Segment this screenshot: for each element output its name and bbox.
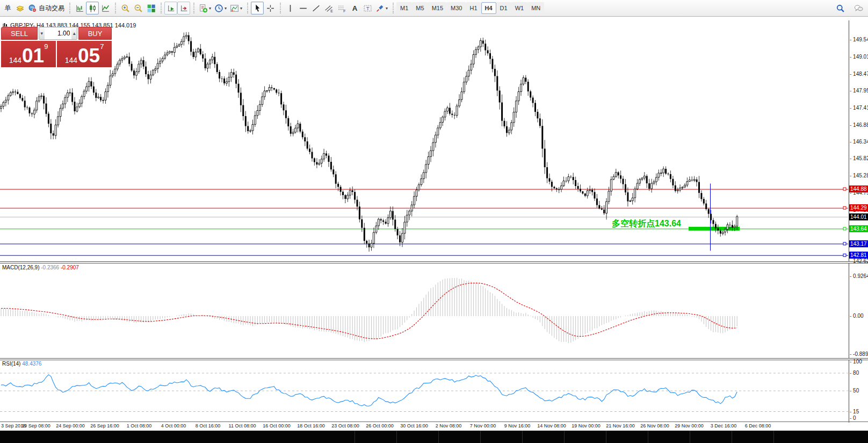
date-label: 11 Oct 08:00 <box>226 423 259 428</box>
timeframe-h1-button[interactable]: H1 <box>466 2 481 14</box>
volume-input[interactable] <box>45 27 72 39</box>
date-label: 23 Oct 08:00 <box>329 423 362 428</box>
bottom-strip-divider <box>606 431 606 443</box>
timeframe-d1-button[interactable]: D1 <box>496 2 511 14</box>
level-line-handle[interactable] <box>843 227 846 230</box>
price-tick-label: 147.41 <box>850 105 868 111</box>
date-label: 24 Sep 00:00 <box>54 423 87 428</box>
candlestick-chart-button[interactable] <box>86 2 99 15</box>
price-level-label: 144.88 <box>849 185 868 192</box>
svg-text:E: E <box>330 9 333 12</box>
price-tick-label: 149.54 <box>850 37 868 42</box>
pane-separator[interactable] <box>0 358 868 360</box>
toolbar-group: EFAT▾ <box>278 0 391 16</box>
date-label: 6 Dec 08:00 <box>741 423 775 428</box>
price-tick-label: 146.88 <box>850 122 868 128</box>
price-tick-label: 148.47 <box>850 71 868 77</box>
date-label: 16 Oct 00:00 <box>260 423 293 428</box>
macd-tick-label: 0.00 <box>850 313 868 319</box>
bottom-strip <box>0 431 868 443</box>
level-line-handle[interactable] <box>843 188 846 190</box>
template-icon <box>230 4 239 13</box>
buy-button[interactable]: BUY <box>78 27 112 40</box>
date-label: 14 Nov 08:00 <box>535 423 568 428</box>
timeframe-m5-button[interactable]: M5 <box>412 2 428 14</box>
label-button[interactable]: T <box>361 2 374 15</box>
timeframe-mn-button[interactable]: MN <box>527 2 544 14</box>
timeframe-m5-button-label: M5 <box>416 5 424 11</box>
price-level-label: 143.17 <box>849 240 868 247</box>
date-label: 26 Sep 16:00 <box>88 423 121 428</box>
chat-button[interactable] <box>852 2 865 15</box>
arrows-button[interactable]: ▾ <box>374 2 389 15</box>
bars-icon <box>75 4 84 13</box>
bottom-strip-divider <box>773 431 774 443</box>
timeframe-w1-button[interactable]: W1 <box>511 2 528 14</box>
rsi-pane[interactable] <box>0 373 849 412</box>
date-label: 2 Nov 08:00 <box>432 423 465 428</box>
rsi-tick-label: 50 <box>850 388 868 394</box>
price-level-label: 143.64 <box>849 225 868 232</box>
timeframe-m30-button[interactable]: M30 <box>447 2 466 14</box>
bar-chart-button[interactable] <box>73 2 86 15</box>
gold-button[interactable] <box>13 2 26 15</box>
line-chart-button[interactable] <box>99 2 112 15</box>
chart-shift-button[interactable] <box>177 2 190 15</box>
price-tick-label: 149.01 <box>850 54 868 60</box>
timeframe-m1-button-label: M1 <box>400 5 408 11</box>
level-line-handle[interactable] <box>843 242 846 245</box>
macd-pane[interactable] <box>1 278 737 343</box>
bottom-strip-divider <box>732 431 732 443</box>
chart-panes[interactable] <box>0 32 849 412</box>
tile-icon <box>147 4 156 13</box>
auto-scroll-button[interactable] <box>164 2 177 15</box>
crosshair-button[interactable] <box>264 2 277 15</box>
level-line-handle[interactable] <box>843 206 846 209</box>
trendline-button[interactable] <box>309 2 322 15</box>
horizontal-line-button[interactable] <box>296 2 309 15</box>
price-tick-label: 142.62 <box>850 258 868 264</box>
autotrading-button[interactable]: 自动交易 <box>26 2 66 15</box>
cursor-button[interactable] <box>251 2 264 15</box>
timeframe-m15-button[interactable]: M15 <box>428 2 447 14</box>
zoom-out-button[interactable] <box>132 2 144 15</box>
sell-button[interactable]: SELL <box>1 27 38 40</box>
vertical-line-button[interactable] <box>284 2 296 15</box>
periods-button[interactable]: ▾ <box>213 2 228 15</box>
crosshair-icon <box>266 4 275 13</box>
price-level-label: 142.81 <box>849 252 868 259</box>
pane-separator[interactable] <box>0 261 868 263</box>
new-order-button[interactable]: 单 <box>1 2 13 15</box>
text-button[interactable]: A <box>348 2 361 15</box>
fibonacci-button[interactable]: F <box>335 2 348 15</box>
svg-text:T: T <box>366 5 369 11</box>
timeframe-m30-button-label: M30 <box>451 5 462 11</box>
zoom-in-button[interactable] <box>119 2 132 15</box>
date-label: 7 Nov 00:00 <box>466 423 500 428</box>
price-chart-canvas[interactable] <box>0 20 868 432</box>
toolbar: 单自动交易▾▾▾EFAT▾M1M5M15M30H1H4D1W1MN <box>0 0 868 17</box>
volume-increase-button[interactable]: ▲ <box>71 27 77 39</box>
macd-tick-label: -0.8899 <box>850 351 868 357</box>
buy-price-display[interactable]: 144057 <box>57 41 112 67</box>
rsi-indicator-label: RSI(14) 48.4376 <box>2 361 41 367</box>
bear-candles <box>15 35 733 247</box>
timeframe-m1-button[interactable]: M1 <box>396 2 412 14</box>
sell-price-display[interactable]: 144019 <box>1 41 56 67</box>
arrows-icon <box>375 4 385 13</box>
channel-button[interactable]: E <box>322 2 335 15</box>
timeframe-m15-button-label: M15 <box>432 5 443 11</box>
svg-text:F: F <box>343 9 345 12</box>
sell-price-prefix: 144 <box>9 55 21 66</box>
search-button[interactable] <box>834 2 847 15</box>
svg-text:A: A <box>352 4 357 12</box>
level-line-handle[interactable] <box>843 254 846 256</box>
templates-button[interactable]: ▾ <box>228 2 244 15</box>
chevron-down-icon: ▾ <box>386 6 388 11</box>
timeframe-h4-button[interactable]: H4 <box>481 2 496 14</box>
volume-decrease-button[interactable]: ▼ <box>39 27 45 39</box>
date-label: 19 Nov 00:00 <box>569 423 603 428</box>
tile-windows-button[interactable] <box>144 2 157 15</box>
volume-down-icon: ▼ <box>40 31 44 36</box>
indicators-button[interactable]: ▾ <box>197 2 213 15</box>
